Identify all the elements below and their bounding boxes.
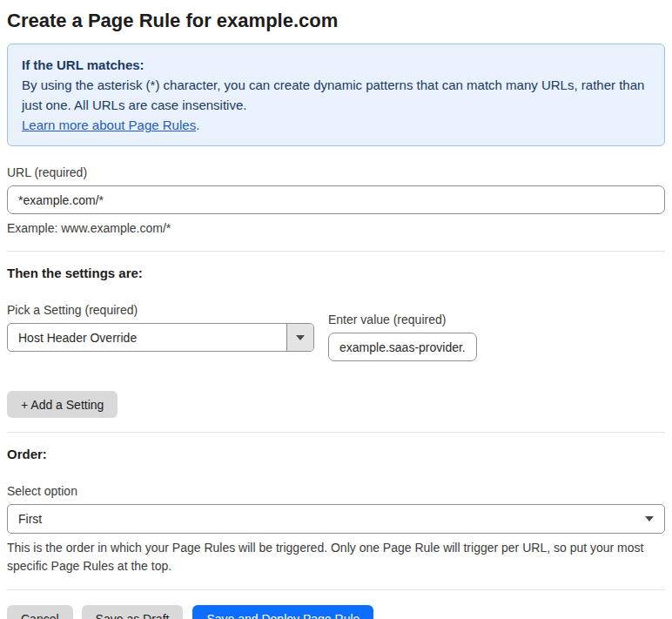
info-box-heading: If the URL matches: (22, 55, 650, 75)
url-match-info-box: If the URL matches: By using the asteris… (7, 44, 665, 146)
info-box-body: By using the asterisk (*) character, you… (22, 75, 650, 115)
save-draft-button[interactable]: Save as Draft (82, 605, 184, 619)
order-select-label: Select option (7, 484, 665, 498)
divider (7, 251, 665, 252)
learn-more-link[interactable]: Learn more about Page Rules (22, 118, 196, 132)
pick-setting-label: Pick a Setting (required) (7, 303, 314, 317)
order-select[interactable]: First (7, 504, 665, 534)
url-helper-text: Example: www.example.com/* (7, 219, 665, 237)
link-period: . (196, 118, 199, 132)
chevron-down-icon[interactable] (286, 324, 313, 351)
order-select-value: First (8, 505, 635, 533)
setting-value-input[interactable] (328, 333, 477, 361)
url-label: URL (required) (7, 165, 665, 179)
chevron-down-icon (635, 505, 664, 533)
url-input[interactable] (7, 185, 665, 214)
order-section-heading: Order: (7, 447, 665, 461)
divider (7, 589, 665, 590)
divider (7, 432, 665, 433)
cancel-button[interactable]: Cancel (7, 605, 73, 619)
page-title: Create a Page Rule for example.com (7, 9, 665, 33)
order-helper-text: This is the order in which your Page Rul… (7, 539, 665, 575)
add-setting-button[interactable]: + Add a Setting (7, 391, 118, 418)
enter-value-label: Enter value (required) (328, 313, 477, 326)
save-deploy-button[interactable]: Save and Deploy Page Rule (192, 605, 373, 619)
setting-select-value: Host Header Override (8, 324, 286, 351)
settings-section-heading: Then the settings are: (7, 266, 665, 280)
setting-select[interactable]: Host Header Override (7, 323, 314, 352)
